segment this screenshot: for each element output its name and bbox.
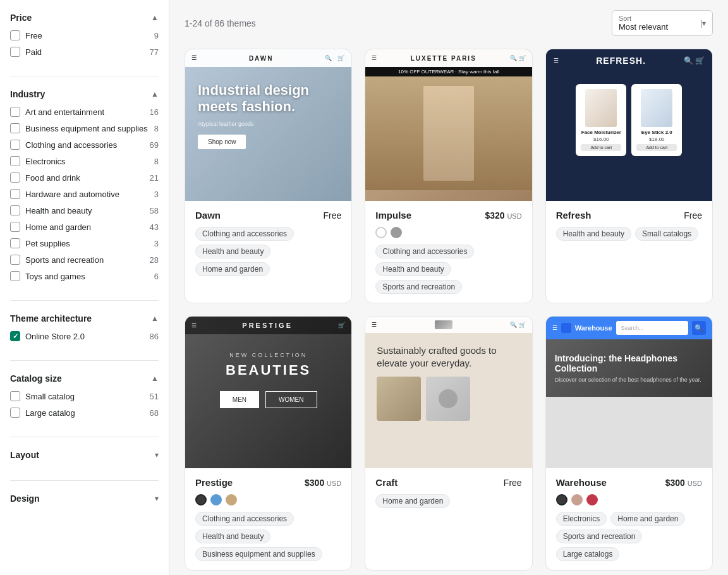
refresh-tag-small[interactable]: Small catalogs (635, 227, 698, 241)
prestige-tags: Clothing and accessories Health and beau… (195, 512, 341, 561)
pet-checkbox[interactable] (10, 238, 20, 248)
theme-arch-header[interactable]: Theme architecture ▲ (10, 313, 159, 324)
theme-card-craft[interactable]: ☰ 🔍 🛒 Sustainably crafted goods to eleva… (365, 316, 532, 571)
refresh-price: Free (684, 210, 702, 221)
home-checkbox[interactable] (10, 222, 20, 232)
small-catalog-label: Small catalog (25, 392, 75, 401)
warehouse-swatch-pink[interactable] (571, 494, 583, 505)
impulse-swatch-gray[interactable] (391, 227, 402, 238)
theme-arch-chevron-icon: ▲ (151, 314, 159, 323)
craft-tag-home[interactable]: Home and garden (375, 494, 450, 508)
toys-checkbox[interactable] (10, 271, 20, 281)
paid-checkbox[interactable] (10, 47, 20, 57)
impulse-tag-health[interactable]: Health and beauty (375, 262, 451, 276)
filter-item-clothing: Clothing and accessories 69 (10, 140, 159, 150)
dawn-tag-health[interactable]: Health and beauty (195, 245, 270, 258)
dawn-shop-now-button[interactable]: Shop now (198, 135, 246, 149)
home-count: 43 (150, 222, 159, 232)
design-header[interactable]: Design ▾ (10, 493, 159, 504)
craft-name: Craft (375, 477, 397, 488)
industry-filter-items: Art and entertainment 16 Business equipm… (10, 107, 159, 281)
refresh-info: Refresh Free Health and beauty Small cat… (546, 201, 712, 250)
catalog-header[interactable]: Catalog size ▲ (10, 373, 159, 384)
theme-card-dawn[interactable]: ☰ DAWN 🔍🛒 Industrial design meets fashio… (185, 49, 352, 303)
filter-item-small-catalog: Small catalog 51 (10, 391, 159, 401)
theme-card-prestige[interactable]: ☰ PRESTIGE 🛒 New Collection BEAUTIES MEN… (185, 316, 352, 571)
theme-arch-section: Theme architecture ▲ Online Store 2.0 86 (10, 313, 159, 361)
catalog-chevron-icon: ▲ (151, 374, 159, 383)
os2-label: Online Store 2.0 (25, 332, 85, 341)
sort-value: Most relevant (619, 22, 696, 32)
sports-count: 28 (150, 255, 159, 265)
prestige-swatch-blue[interactable] (210, 494, 222, 505)
catalog-title: Catalog size (10, 373, 62, 384)
theme-card-refresh[interactable]: ☰ REFRESH. 🔍 🛒 Face Moisturizer $16.00 A… (545, 49, 713, 303)
prestige-tag-health[interactable]: Health and beauty (195, 530, 270, 543)
warehouse-tag-large[interactable]: Large catalogs (556, 547, 620, 561)
electronics-checkbox[interactable] (10, 156, 20, 166)
warehouse-price: $300 USD (665, 478, 702, 488)
prestige-swatch-tan[interactable] (226, 494, 237, 505)
electronics-count: 8 (154, 157, 159, 166)
prestige-women-button[interactable]: WOMEN (265, 391, 317, 408)
app-layout: Price ▲ Free 9 Paid 77 (0, 0, 728, 575)
refresh-tag-health[interactable]: Health and beauty (556, 227, 631, 241)
warehouse-swatch-red[interactable] (586, 494, 598, 505)
sidebar: Price ▲ Free 9 Paid 77 (0, 0, 169, 575)
warehouse-info: Warehouse $300 USD Electronics Home and … (546, 468, 712, 570)
filter-item-home: Home and garden 43 (10, 222, 159, 232)
design-title: Design (10, 493, 40, 504)
os2-checkbox[interactable] (10, 331, 20, 341)
filter-item-os2: Online Store 2.0 86 (10, 331, 159, 341)
main-header: 1-24 of 86 themes Sort Most relevant |▾ (185, 10, 713, 36)
warehouse-swatches (556, 494, 702, 505)
hardware-checkbox[interactable] (10, 189, 20, 199)
impulse-swatches (375, 227, 521, 238)
refresh-preview: ☰ REFRESH. 🔍 🛒 Face Moisturizer $16.00 A… (546, 49, 712, 201)
food-checkbox[interactable] (10, 172, 20, 183)
dawn-tag-clothing[interactable]: Clothing and accessories (195, 227, 294, 241)
warehouse-tag-electronics[interactable]: Electronics (556, 512, 607, 526)
theme-card-warehouse[interactable]: ☰ Warehouse Search... 🔍 Introducing: the… (545, 316, 713, 571)
prestige-tag-clothing[interactable]: Clothing and accessories (195, 512, 294, 526)
impulse-swatch-white[interactable] (375, 227, 387, 238)
business-checkbox[interactable] (10, 123, 20, 133)
sort-dropdown[interactable]: Sort Most relevant |▾ (612, 10, 713, 36)
sports-checkbox[interactable] (10, 255, 20, 265)
art-label: Art and entertainment (25, 107, 104, 117)
craft-price: Free (504, 478, 522, 488)
layout-title: Layout (10, 450, 39, 460)
clothing-checkbox[interactable] (10, 140, 20, 150)
impulse-name: Impulse (375, 210, 411, 221)
filter-item-free: Free 9 (10, 30, 159, 40)
prestige-men-button[interactable]: MEN (220, 391, 259, 408)
warehouse-tags: Electronics Home and garden Sports and r… (556, 512, 702, 561)
warehouse-tag-sports[interactable]: Sports and recreation (556, 530, 643, 543)
price-filter-header[interactable]: Price ▲ (10, 13, 159, 23)
health-checkbox[interactable] (10, 205, 20, 215)
art-checkbox[interactable] (10, 107, 20, 117)
prestige-swatch-dark[interactable] (195, 494, 207, 505)
price-filter-items: Free 9 Paid 77 (10, 30, 159, 57)
industry-filter-header[interactable]: Industry ▲ (10, 89, 159, 99)
design-chevron-icon: ▾ (155, 494, 159, 503)
warehouse-tag-home[interactable]: Home and garden (610, 512, 685, 526)
electronics-label: Electronics (25, 157, 66, 166)
prestige-tag-business[interactable]: Business equipment and supplies (195, 547, 322, 561)
prestige-name: Prestige (195, 477, 233, 488)
food-label: Food and drink (25, 173, 80, 183)
large-catalog-checkbox[interactable] (10, 408, 20, 418)
prestige-swatches (195, 494, 341, 505)
small-catalog-checkbox[interactable] (10, 391, 20, 401)
warehouse-swatch-dark[interactable] (556, 494, 567, 505)
refresh-name: Refresh (556, 210, 592, 221)
layout-header[interactable]: Layout ▾ (10, 450, 159, 460)
sports-label: Sports and recreation (25, 255, 104, 265)
refresh-products-row: Face Moisturizer $16.00 Add to cart Eye … (546, 71, 712, 169)
free-checkbox[interactable] (10, 30, 20, 40)
industry-filter-title: Industry (10, 89, 45, 99)
dawn-tag-home[interactable]: Home and garden (195, 262, 270, 276)
impulse-tag-clothing[interactable]: Clothing and accessories (375, 245, 474, 258)
impulse-tag-sports[interactable]: Sports and recreation (375, 280, 462, 294)
theme-card-impulse[interactable]: ☰ LUXETTE PARIS 🔍 🛒 10% OFF OUTERWEAR · … (365, 49, 532, 303)
